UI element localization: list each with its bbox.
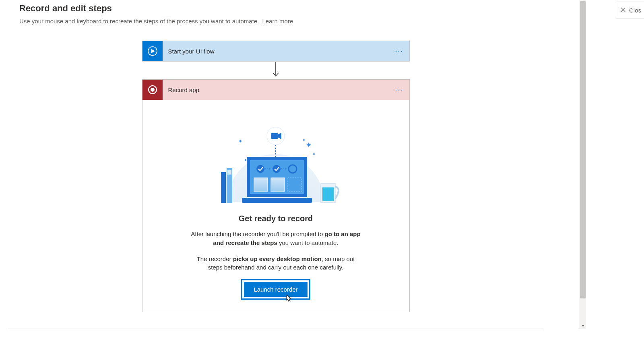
svg-rect-10 [271, 133, 278, 139]
step-start-flow[interactable]: Start your UI flow ··· [142, 41, 410, 62]
flow-area: Start your UI flow ··· Record app [19, 41, 532, 312]
record-icon [142, 80, 163, 100]
svg-rect-24 [221, 172, 226, 203]
svg-rect-22 [271, 178, 285, 191]
svg-marker-1 [151, 49, 155, 53]
svg-point-7 [313, 153, 315, 155]
page-subtitle: Use your mouse and keyboard to recreate … [19, 18, 532, 25]
launch-recorder-button[interactable]: Launch recorder [244, 282, 307, 297]
svg-point-8 [245, 159, 246, 161]
step-record-label: Record app [168, 86, 200, 93]
scrollbar-thumb[interactable] [580, 1, 586, 298]
content-divider [8, 329, 543, 329]
svg-point-17 [272, 165, 281, 173]
svg-rect-28 [322, 187, 334, 201]
launch-recorder-focus-ring: Launch recorder [241, 279, 310, 300]
step-start-label: Start your UI flow [168, 48, 215, 55]
step-record-app: Record app ··· [142, 79, 410, 312]
svg-point-6 [303, 139, 305, 141]
learn-more-link[interactable]: Learn more [262, 18, 293, 25]
step-record-header[interactable]: Record app ··· [142, 80, 409, 100]
step-start-more-button[interactable]: ··· [395, 47, 403, 55]
record-paragraph-1: After launching the recorder you'll be p… [189, 230, 362, 247]
step-start-header: Start your UI flow ··· [142, 41, 409, 61]
step-record-more-button[interactable]: ··· [395, 86, 403, 93]
svg-rect-15 [242, 198, 312, 203]
subtitle-text: Use your mouse and keyboard to recreate … [19, 18, 259, 25]
main-content: Record and edit steps Use your mouse and… [8, 0, 543, 329]
svg-rect-21 [254, 178, 268, 191]
record-body: Get ready to record After launching the … [142, 100, 409, 312]
vertical-scrollbar[interactable]: ▾ [579, 0, 586, 329]
svg-rect-26 [227, 170, 231, 175]
record-heading: Get ready to record [159, 214, 393, 223]
record-paragraph-2: The recorder picks up every desktop moti… [189, 255, 362, 272]
close-icon [620, 7, 626, 14]
play-flow-icon [142, 41, 163, 61]
close-button[interactable]: Clos [616, 2, 644, 19]
recorder-illustration [203, 116, 348, 204]
svg-point-5 [151, 88, 155, 92]
scrollbar-down-arrow-icon[interactable]: ▾ [579, 322, 586, 329]
page-title: Record and edit steps [19, 3, 532, 14]
close-label: Clos [629, 7, 641, 14]
flow-arrow-icon [272, 62, 280, 79]
svg-point-16 [256, 165, 264, 173]
